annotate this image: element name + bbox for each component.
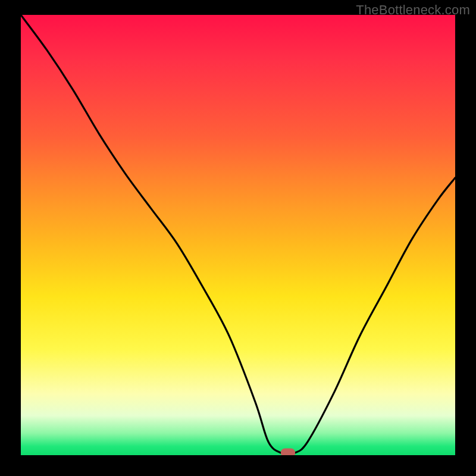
watermark-text: TheBottleneck.com — [356, 2, 470, 18]
plot-area — [21, 15, 455, 455]
optimal-point-marker — [281, 449, 295, 455]
chart-frame: TheBottleneck.com — [0, 0, 476, 476]
bottleneck-curve — [21, 15, 455, 455]
